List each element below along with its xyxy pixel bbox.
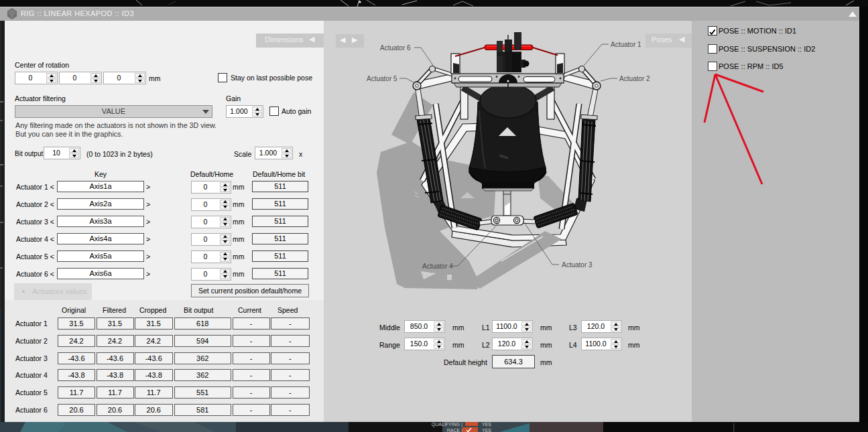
svg-text:Actuator 5: Actuator 5 <box>367 75 397 82</box>
svg-text:Actuator 1: Actuator 1 <box>611 41 641 48</box>
svg-text:Actuator 2: Actuator 2 <box>619 75 650 82</box>
svg-text:Actuator 4: Actuator 4 <box>422 263 453 270</box>
svg-text:Actuator 6: Actuator 6 <box>380 44 411 52</box>
svg-text:QUALIFYING |: QUALIFYING | <box>432 422 462 427</box>
svg-text:YES: YES <box>482 422 491 427</box>
svg-text:RACE |: RACE | <box>447 428 462 432</box>
svg-text:Actuator 3: Actuator 3 <box>562 261 593 269</box>
svg-text:YES: YES <box>482 428 491 432</box>
